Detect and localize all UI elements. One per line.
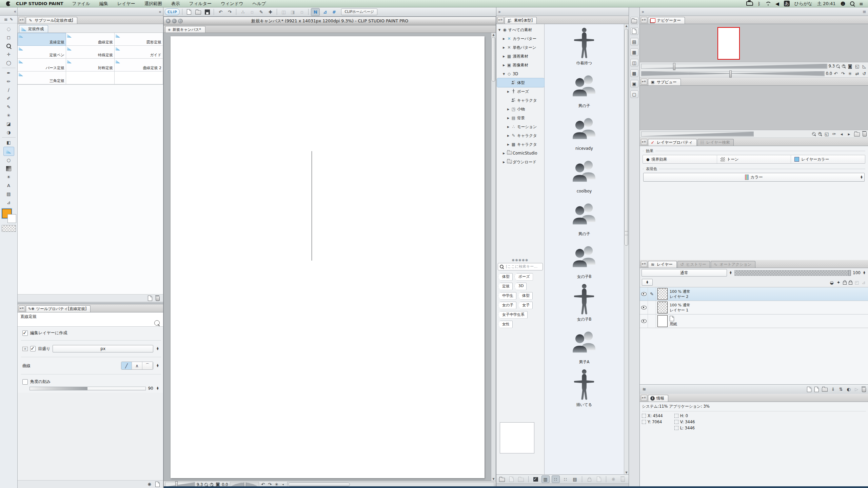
tree-item-folder[interactable]: ▶ComicStudio xyxy=(497,149,544,158)
lock-layer-icon[interactable] xyxy=(843,282,847,285)
tree-item-cube-3d[interactable]: ▼◇3D xyxy=(497,69,544,78)
tag-pill[interactable]: 体型 xyxy=(498,273,513,281)
layer-thumbnail[interactable] xyxy=(657,315,668,327)
expression-color-stepper[interactable]: ▲▼ xyxy=(860,176,864,179)
selection-view-icon[interactable] xyxy=(533,477,538,482)
grid-view-icon[interactable]: ∷ xyxy=(553,477,558,482)
clip-at-layer-below-icon[interactable]: ◰ xyxy=(854,280,859,285)
edit-material-icon[interactable] xyxy=(509,476,514,482)
save-as-default-icon[interactable] xyxy=(155,482,160,487)
layer-property-menu-icon[interactable]: ▸≡ xyxy=(641,139,647,145)
brush-tool[interactable]: ✎ xyxy=(6,105,11,109)
opacity-stepper[interactable]: ▲▼ xyxy=(862,271,866,274)
create-layer-mask-icon[interactable]: ◐ xyxy=(846,387,851,391)
expand-scale-icon[interactable]: + xyxy=(22,347,28,351)
clip-homepage-button[interactable]: CLIPホームページ xyxy=(341,8,377,15)
material-panel-tab[interactable]: 素材[体型] xyxy=(505,17,537,24)
docked-palette-icon-1[interactable]: ▤ xyxy=(632,40,637,44)
bluetooth-icon[interactable]: ᛒ xyxy=(758,1,761,6)
fit-to-window-icon[interactable]: ◱ xyxy=(855,64,860,68)
copy-subtool-icon[interactable] xyxy=(148,296,152,301)
material-item[interactable]: 男子A xyxy=(549,324,620,367)
material-item[interactable]: 巾着持つ xyxy=(549,25,620,68)
saturated-line-tool[interactable]: ☀ xyxy=(6,175,11,179)
scale-checkbox[interactable] xyxy=(30,346,36,351)
subtool-panel-tab[interactable]: ✎ サブツール[定規作成] xyxy=(26,17,77,24)
merge-with-lower-layer-icon[interactable]: ⇅ xyxy=(839,387,843,391)
tree-arrow-icon[interactable]: ▶ xyxy=(507,117,510,120)
subtool-item[interactable]: 三角定規 xyxy=(18,72,66,84)
marker-tool[interactable]: ✒ xyxy=(6,71,11,75)
layer-mask-icon[interactable]: ◒ xyxy=(829,280,834,285)
blend-mode-dropdown[interactable]: 通常 xyxy=(642,269,727,277)
fit-to-screen-icon[interactable]: ◙ xyxy=(848,64,852,68)
menu-item-4[interactable]: 選択範囲 xyxy=(144,1,162,7)
canvas-area[interactable]: ▲ ▼ xyxy=(164,33,496,481)
subview-menu-icon[interactable]: ▸≡ xyxy=(641,79,647,85)
layer-visible-eye-icon[interactable] xyxy=(641,292,647,296)
apply-mask-icon[interactable]: ▷ xyxy=(854,387,859,391)
snap-to-ruler-icon[interactable]: N xyxy=(313,10,318,14)
tag-pill[interactable]: 女子 xyxy=(518,302,533,309)
tree-arrow-icon[interactable]: ▼ xyxy=(498,28,501,32)
scroll-left-icon[interactable]: ◂ xyxy=(281,483,285,486)
subtool-item[interactable]: 定規ペン xyxy=(18,46,66,59)
docked-palette-icon-3[interactable]: ◫ xyxy=(632,61,637,65)
panel-divider[interactable] xyxy=(18,302,163,304)
curve-cubic-icon[interactable]: ⌒ xyxy=(142,362,153,369)
tool-property-menu-icon[interactable]: ▸≡ xyxy=(19,305,25,311)
next-image-icon[interactable]: ▸ xyxy=(847,132,851,136)
transfer-to-lower-layer-icon[interactable]: ⇓ xyxy=(831,387,835,391)
border-effect-button[interactable]: ●境界効果 xyxy=(643,155,717,163)
subtool-panel-menu-icon[interactable]: ▸≡ xyxy=(19,17,25,23)
tree-item-mono-pattern[interactable]: ▶✕単色パターン xyxy=(497,43,544,52)
info-menu-icon[interactable]: ▸≡ xyxy=(641,395,647,401)
lock-transparent-pixel-icon[interactable] xyxy=(849,282,852,285)
register-settings-gear-icon[interactable]: ❋ xyxy=(147,482,152,487)
tree-arrow-icon[interactable]: ▼ xyxy=(502,73,506,76)
thumbnail-list-view-icon[interactable]: ▥ xyxy=(543,477,548,482)
clear-icon[interactable] xyxy=(863,132,867,137)
tree-item-character[interactable]: キャラクタ xyxy=(497,96,544,105)
navigator-preview[interactable] xyxy=(640,24,868,62)
layer-visible-eye-icon[interactable] xyxy=(641,306,647,309)
docked-palette-icon-2[interactable]: ▦ xyxy=(632,50,637,55)
right-dock-menu-icon[interactable]: ≡ xyxy=(863,9,866,14)
pencil-tool[interactable]: ✏ xyxy=(6,79,11,84)
menu-bar-clock[interactable]: 土 20:41 xyxy=(817,1,836,7)
new-raster-layer-icon[interactable] xyxy=(807,387,811,392)
subtool-item[interactable]: 曲線定規 2 xyxy=(115,59,163,72)
tree-arrow-icon[interactable]: ▶ xyxy=(507,125,510,128)
layer-thumbnail[interactable] xyxy=(657,302,668,313)
spotlight-icon[interactable] xyxy=(850,1,854,6)
opacity-slider[interactable] xyxy=(734,270,851,276)
snap-to-special-ruler-icon[interactable]: ⊿ xyxy=(322,10,327,14)
open-file-icon[interactable] xyxy=(195,11,201,15)
scale-selection-icon[interactable]: ✚ xyxy=(268,10,273,14)
reset-view-icon[interactable]: ↺ xyxy=(862,72,867,76)
tree-arrow-icon[interactable]: ▶ xyxy=(507,143,510,146)
convert-icon[interactable]: ◨ xyxy=(290,10,295,14)
subview-preview[interactable] xyxy=(640,86,868,130)
material-panel-menu-icon[interactable]: ▸≡ xyxy=(497,17,504,23)
layer-property-tab[interactable]: ✓ レイヤープロパティ xyxy=(648,139,697,146)
small-grid-view-icon[interactable]: ∷ xyxy=(563,477,568,482)
sub-color-swatch[interactable] xyxy=(7,214,16,223)
menu-item-1[interactable]: ファイル xyxy=(72,1,90,7)
export-material-icon[interactable] xyxy=(597,476,601,482)
subtool-item[interactable]: ガイド xyxy=(115,46,163,59)
scale-stepper[interactable]: ▲▼ xyxy=(156,347,160,350)
minimize-window-icon[interactable]: − xyxy=(172,19,177,23)
material-scrollbar[interactable]: ▲ ▼ xyxy=(624,24,629,474)
undo-icon[interactable]: ↶ xyxy=(218,10,223,14)
reference-layer-icon[interactable]: ✦ xyxy=(836,280,841,285)
tree-arrow-icon[interactable]: ▶ xyxy=(502,161,506,164)
tag-pill[interactable]: 女性 xyxy=(498,321,513,328)
crop-icon[interactable]: ◫ xyxy=(281,10,286,14)
material-item[interactable]: 描いてる xyxy=(549,367,620,410)
docked-palette-icon-6[interactable]: ▢ xyxy=(632,92,637,97)
wrench-settings-icon[interactable] xyxy=(154,320,160,326)
zoom-out-icon[interactable]: - xyxy=(812,132,815,136)
user-icon[interactable]: ☻ xyxy=(841,1,846,6)
figure-tool[interactable]: ○ xyxy=(6,158,11,162)
